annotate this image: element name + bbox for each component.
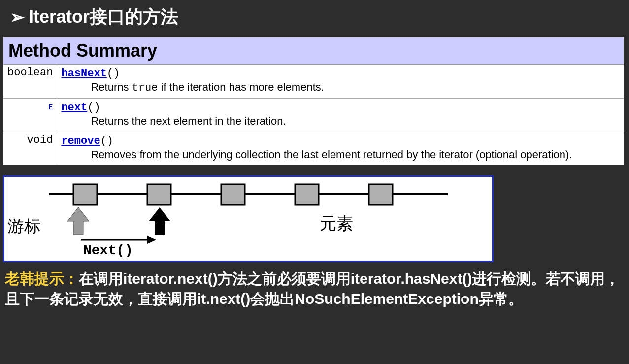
method-desc: Removes from the underlying collection t… [61, 147, 620, 161]
table-row: void remove() Removes from the underlyin… [3, 132, 624, 165]
method-desc: Returns the next element in the iteratio… [61, 114, 620, 128]
return-type: void [3, 132, 57, 165]
chevron-right-icon: ➢ [10, 7, 25, 28]
method-link-next[interactable]: next [61, 101, 87, 114]
element-box [73, 184, 97, 205]
element-label: 元素 [320, 212, 353, 235]
table-row: E next() Returns the next element in the… [3, 99, 624, 132]
method-cell: hasNext() Returns true if the iteration … [57, 65, 624, 99]
cursor-arrow-after-icon [149, 207, 170, 235]
next-label: Next() [83, 243, 133, 258]
tip-prefix: 老韩提示： [5, 270, 79, 287]
method-cell: next() Returns the next element in the i… [57, 99, 624, 132]
tip-text: 老韩提示：在调用iterator.next()方法之前必须要调用iterator… [5, 269, 624, 309]
return-type: boolean [3, 65, 57, 99]
element-box [369, 184, 393, 205]
cursor-arrow-before-icon [67, 207, 89, 235]
slide-title: Iterator接口的方法 [29, 5, 178, 29]
method-summary-table-wrapper: Method Summary boolean hasNext() Returns… [3, 37, 624, 165]
method-link-remove[interactable]: remove [61, 135, 100, 147]
method-summary-table: Method Summary boolean hasNext() Returns… [3, 37, 624, 165]
method-link-hasnext[interactable]: hasNext [61, 67, 106, 80]
method-cell: remove() Removes from the underlying col… [57, 132, 624, 165]
method-summary-heading: Method Summary [3, 37, 624, 65]
table-row: boolean hasNext() Returns true if the it… [3, 65, 624, 99]
return-type: E [3, 99, 57, 132]
slide-title-bar: ➢ Iterator接口的方法 [0, 0, 629, 34]
type-link-e[interactable]: E [48, 103, 53, 112]
element-box [295, 184, 319, 205]
next-arrow-head-icon [147, 236, 156, 244]
iterator-diagram-svg [4, 177, 492, 261]
element-box [221, 184, 245, 205]
tip-body: 在调用iterator.next()方法之前必须要调用iterator.hasN… [5, 270, 620, 307]
element-box [147, 184, 171, 205]
iterator-diagram: 游标 元素 Next() [3, 175, 494, 262]
method-desc: Returns true if the iteration has more e… [61, 80, 620, 94]
cursor-label: 游标 [7, 215, 41, 238]
